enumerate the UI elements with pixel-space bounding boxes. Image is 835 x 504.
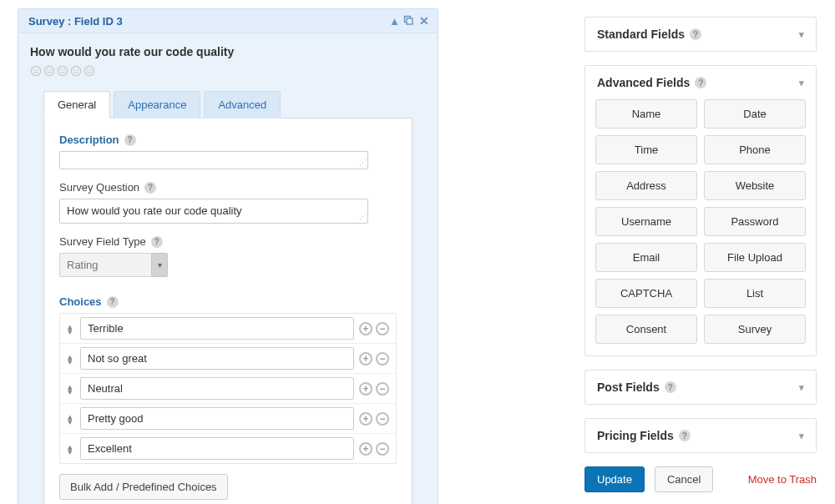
help-icon[interactable]: ? (690, 28, 701, 40)
close-icon[interactable]: ✕ (419, 15, 429, 27)
svg-point-6 (47, 69, 48, 71)
chevron-down-icon[interactable]: ▾ (799, 382, 804, 393)
remove-choice-icon[interactable]: − (376, 352, 389, 365)
cancel-button[interactable]: Cancel (655, 466, 713, 492)
svg-point-2 (31, 66, 40, 75)
rating-face-3-icon[interactable] (57, 65, 68, 77)
field-address-button[interactable]: Address (595, 171, 697, 200)
standard-fields-header[interactable]: Standard Fields ? ▾ (585, 18, 816, 51)
description-input[interactable]: ⋰ (59, 151, 368, 169)
drag-handle-icon[interactable]: ▴▾ (65, 444, 75, 454)
field-password-button[interactable]: Password (704, 207, 806, 236)
choice-input[interactable] (80, 347, 354, 370)
add-choice-icon[interactable]: + (359, 352, 372, 365)
chevron-down-icon[interactable]: ▾ (151, 253, 168, 277)
rating-preview[interactable] (30, 65, 426, 77)
chevron-down-icon[interactable]: ▾ (799, 431, 804, 441)
field-header-actions: ▴ ✕ (392, 14, 429, 28)
panel-title: Pricing Fields (597, 429, 674, 442)
svg-point-14 (77, 69, 78, 71)
drag-handle-icon[interactable]: ▴▾ (65, 414, 75, 424)
drag-handle-icon[interactable]: ▴▾ (65, 324, 75, 334)
choice-input[interactable] (80, 437, 354, 460)
field-panel: Survey : Field ID 3 ▴ ✕ How would you ra… (18, 8, 438, 504)
field-time-button[interactable]: Time (595, 135, 697, 164)
collapse-icon[interactable]: ▴ (392, 15, 397, 27)
advanced-fields-grid: Name Date Time Phone Address Website Use… (585, 99, 816, 355)
field-preview: How would you rate our code quality Gene… (18, 33, 438, 504)
add-choice-icon[interactable]: + (359, 382, 372, 396)
field-captcha-button[interactable]: CAPTCHA (595, 279, 697, 308)
field-name-button[interactable]: Name (595, 99, 697, 129)
help-icon[interactable]: ? (107, 296, 119, 308)
field-consent-button[interactable]: Consent (595, 315, 697, 344)
choice-row: ▴▾ + − (60, 434, 396, 463)
tab-general[interactable]: General (43, 91, 110, 118)
tab-appearance[interactable]: Appearance (114, 91, 200, 118)
survey-field-type-label: Survey Field Type ? (59, 235, 397, 248)
help-icon[interactable]: ? (151, 236, 163, 248)
choice-row: ▴▾ + − (60, 344, 396, 374)
field-email-button[interactable]: Email (595, 243, 697, 272)
help-icon[interactable]: ? (144, 182, 156, 194)
svg-point-8 (58, 66, 67, 75)
choice-actions: + − (359, 352, 389, 365)
bulk-add-button[interactable]: Bulk Add / Predefined Choices (59, 474, 228, 500)
svg-point-12 (71, 66, 80, 75)
remove-choice-icon[interactable]: − (376, 442, 389, 456)
remove-choice-icon[interactable]: − (376, 382, 389, 396)
rating-face-5-icon[interactable] (84, 65, 95, 77)
field-survey-button[interactable]: Survey (704, 315, 806, 344)
survey-question-input[interactable]: How would you rate our code quality ⋰ (59, 199, 368, 224)
resize-grip-icon[interactable]: ⋰ (359, 161, 366, 168)
help-icon[interactable]: ? (679, 430, 691, 441)
add-choice-icon[interactable]: + (359, 322, 372, 335)
svg-point-10 (63, 69, 65, 71)
svg-point-16 (87, 69, 89, 71)
help-icon[interactable]: ? (124, 134, 136, 146)
add-choice-icon[interactable]: + (359, 412, 372, 426)
field-date-button[interactable]: Date (704, 99, 806, 129)
choice-actions: + − (359, 322, 389, 335)
add-choice-icon[interactable]: + (359, 442, 372, 456)
rating-face-2-icon[interactable] (43, 65, 55, 77)
survey-field-type-select[interactable]: Rating ▾ (59, 253, 168, 277)
description-label: Description ? (59, 134, 397, 146)
pricing-fields-header[interactable]: Pricing Fields ? ▾ (585, 419, 816, 452)
resize-grip-icon[interactable]: ⋰ (359, 215, 366, 222)
chevron-down-icon[interactable]: ▾ (799, 78, 804, 88)
remove-choice-icon[interactable]: − (376, 412, 389, 426)
panel-title: Standard Fields (597, 28, 685, 41)
help-icon[interactable]: ? (665, 381, 676, 393)
svg-point-9 (60, 69, 62, 71)
field-panel-header[interactable]: Survey : Field ID 3 ▴ ✕ (18, 9, 438, 33)
panel-title: Post Fields (597, 381, 660, 394)
post-fields-header[interactable]: Post Fields ? ▾ (585, 370, 816, 404)
field-file-upload-button[interactable]: File Upload (704, 243, 806, 272)
remove-choice-icon[interactable]: − (376, 322, 389, 335)
rating-face-4-icon[interactable] (70, 65, 82, 77)
duplicate-icon[interactable] (402, 14, 414, 28)
field-phone-button[interactable]: Phone (704, 135, 806, 164)
drag-handle-icon[interactable]: ▴▾ (65, 384, 75, 394)
choice-input[interactable] (80, 317, 354, 340)
choice-input[interactable] (80, 407, 354, 430)
field-website-button[interactable]: Website (704, 171, 806, 200)
tab-advanced[interactable]: Advanced (204, 91, 281, 118)
drag-handle-icon[interactable]: ▴▾ (65, 354, 75, 364)
chevron-down-icon[interactable]: ▾ (799, 29, 804, 40)
tab-body-general: Description ? ⋰ Survey Question ? How wo… (43, 118, 412, 504)
field-username-button[interactable]: Username (595, 207, 697, 236)
move-to-trash-link[interactable]: Move to Trash (748, 473, 817, 486)
choice-actions: + − (359, 442, 389, 456)
advanced-fields-header[interactable]: Advanced Fields ? ▾ (585, 66, 816, 99)
rating-face-1-icon[interactable] (30, 65, 42, 77)
update-button[interactable]: Update (584, 466, 645, 492)
choice-input[interactable] (80, 377, 354, 400)
help-icon[interactable]: ? (695, 77, 706, 88)
form-actions: Update Cancel Move to Trash (584, 466, 817, 492)
field-list-button[interactable]: List (704, 279, 806, 308)
panel-title: Advanced Fields (597, 76, 690, 89)
choice-actions: + − (359, 412, 389, 426)
advanced-fields-panel: Advanced Fields ? ▾ Name Date Time Phone… (584, 65, 817, 356)
